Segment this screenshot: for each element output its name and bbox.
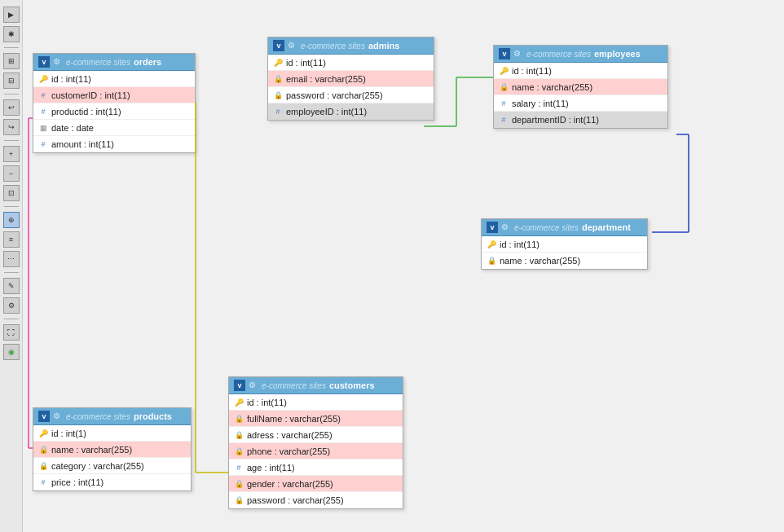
customers-schema: e-commerce sites xyxy=(262,381,326,390)
table-department[interactable]: v ⚙ e-commerce sites department 🔑 id : i… xyxy=(481,218,648,270)
products-price-label: price : int(11) xyxy=(51,477,104,487)
key-icon: 🔑 xyxy=(273,58,283,68)
lock-icon: 🔒 xyxy=(234,414,244,424)
employees-schema: e-commerce sites xyxy=(526,50,591,59)
table-employees[interactable]: v ⚙ e-commerce sites employees 🔑 id : in… xyxy=(493,45,668,129)
employees-field-departmentid: # departmentID : int(11) xyxy=(494,112,667,128)
products-field-category: 🔒 category : varchar(255) xyxy=(33,458,191,474)
admins-email-label: email : varchar(255) xyxy=(286,74,366,84)
orders-id-label: id : int(11) xyxy=(51,74,91,84)
table-customers-header: v ⚙ e-commerce sites customers xyxy=(229,377,403,394)
lock-icon: 🔒 xyxy=(234,446,244,456)
department-id-label: id : int(11) xyxy=(500,240,540,249)
lock-icon: 🔒 xyxy=(38,461,48,471)
admins-v-icon: v xyxy=(273,40,284,51)
products-table-name: products xyxy=(134,411,172,421)
lock-icon: 🔒 xyxy=(487,256,496,266)
customers-phone-label: phone : varchar(255) xyxy=(247,446,330,456)
hash-icon: # xyxy=(38,139,48,149)
employees-field-id: 🔑 id : int(11) xyxy=(494,63,667,79)
table-products[interactable]: v ⚙ e-commerce sites products 🔑 id : int… xyxy=(33,407,192,491)
toolbar-btn-1[interactable]: ▶ xyxy=(3,7,20,23)
products-v-icon: v xyxy=(38,411,50,422)
department-schema: e-commerce sites xyxy=(514,223,579,232)
table-orders-header: v ⚙ e-commerce sites orders xyxy=(33,54,195,71)
toolbar-btn-undo[interactable]: ↩ xyxy=(3,99,20,116)
customers-age-label: age : int(11) xyxy=(247,463,295,473)
employees-salary-label: salary : int(11) xyxy=(512,99,569,108)
table-orders[interactable]: v ⚙ e-commerce sites orders 🔑 id : int(1… xyxy=(33,53,196,153)
toolbar-btn-6[interactable]: ⋯ xyxy=(3,251,20,267)
table-customers[interactable]: v ⚙ e-commerce sites customers 🔑 id : in… xyxy=(228,376,403,509)
toolbar-btn-zoom-out[interactable]: − xyxy=(3,165,20,182)
customers-field-id: 🔑 id : int(11) xyxy=(229,394,403,411)
toolbar-btn-settings[interactable]: ⚙ xyxy=(3,297,20,314)
admins-password-label: password : varchar(255) xyxy=(286,90,383,100)
toolbar-sep-6 xyxy=(4,319,19,319)
orders-productid-label: productid : int(11) xyxy=(51,107,121,117)
lock-icon: 🔒 xyxy=(273,74,283,84)
orders-table-name: orders xyxy=(134,57,161,67)
orders-field-amount: # amount : int(11) xyxy=(33,136,195,152)
toolbar-btn-4[interactable]: ⊟ xyxy=(3,73,20,89)
customers-field-gender: 🔒 gender : varchar(255) xyxy=(229,476,403,492)
orders-customerid-label: customerID : int(11) xyxy=(51,90,130,100)
hash-icon: # xyxy=(273,107,283,117)
toolbar-btn-fit[interactable]: ⊡ xyxy=(3,185,20,201)
employees-table-name: employees xyxy=(594,49,641,59)
hash-icon: # xyxy=(38,90,48,100)
employees-field-name: 🔒 name : varchar(255) xyxy=(494,79,667,95)
customers-table-name: customers xyxy=(329,380,375,390)
customers-field-phone: 🔒 phone : varchar(255) xyxy=(229,443,403,459)
table-products-header: v ⚙ e-commerce sites products xyxy=(33,408,191,425)
customers-gear-icon: ⚙ xyxy=(249,380,258,390)
left-toolbar: ▶ ✱ ⊞ ⊟ ↩ ↪ + − ⊡ ⊕ ≡ ⋯ ✎ ⚙ ⛶ ◉ xyxy=(0,0,23,532)
toolbar-btn-5[interactable]: ≡ xyxy=(3,231,20,248)
admins-table-name: admins xyxy=(368,41,400,51)
key-icon: 🔑 xyxy=(499,66,509,76)
table-admins[interactable]: v ⚙ e-commerce sites admins 🔑 id : int(1… xyxy=(267,37,434,121)
admins-field-id: 🔑 id : int(11) xyxy=(268,55,434,71)
hash-icon: # xyxy=(234,463,244,473)
toolbar-btn-grid[interactable]: ⛶ xyxy=(3,324,20,341)
orders-schema: e-commerce sites xyxy=(66,58,130,67)
customers-v-icon: v xyxy=(234,380,245,391)
toolbar-sep-5 xyxy=(4,272,19,273)
customers-fullname-label: fullName : varchar(255) xyxy=(247,414,341,424)
employees-departmentid-label: departmentID : int(11) xyxy=(512,115,599,125)
customers-field-fullname: 🔒 fullName : varchar(255) xyxy=(229,411,403,427)
table-admins-header: v ⚙ e-commerce sites admins xyxy=(268,37,434,55)
key-icon: 🔑 xyxy=(234,398,244,407)
customers-id-label: id : int(11) xyxy=(247,398,287,407)
products-field-price: # price : int(11) xyxy=(33,474,191,490)
lock-icon: 🔒 xyxy=(273,90,283,100)
employees-id-label: id : int(11) xyxy=(512,66,552,76)
admins-field-email: 🔒 email : varchar(255) xyxy=(268,71,434,87)
hash-icon: # xyxy=(499,99,509,108)
toolbar-btn-zoom-in[interactable]: + xyxy=(3,146,20,162)
admins-field-employeeid: # employeeID : int(11) xyxy=(268,103,434,120)
products-field-id: 🔑 id : int(1) xyxy=(33,425,191,442)
toolbar-btn-edit[interactable]: ✎ xyxy=(3,278,20,294)
admins-employeeid-label: employeeID : int(11) xyxy=(286,107,367,117)
employees-v-icon: v xyxy=(499,48,510,59)
hash-icon: # xyxy=(499,115,509,125)
toolbar-sep-1 xyxy=(4,47,19,48)
products-id-label: id : int(1) xyxy=(51,429,86,438)
employees-name-label: name : varchar(255) xyxy=(512,82,592,92)
key-icon: 🔑 xyxy=(487,240,496,249)
orders-v-icon: v xyxy=(38,56,50,68)
toolbar-btn-active[interactable]: ⊕ xyxy=(3,212,20,228)
toolbar-btn-2[interactable]: ✱ xyxy=(3,26,20,42)
toolbar-btn-3[interactable]: ⊞ xyxy=(3,53,20,69)
products-name-label: name : varchar(255) xyxy=(51,445,132,455)
lock-icon: 🔒 xyxy=(234,430,244,440)
toolbar-sep-2 xyxy=(4,94,19,95)
table-department-header: v ⚙ e-commerce sites department xyxy=(482,219,647,236)
admins-field-password: 🔒 password : varchar(255) xyxy=(268,87,434,103)
customers-gender-label: gender : varchar(255) xyxy=(247,479,333,489)
employees-gear-icon: ⚙ xyxy=(513,49,523,59)
toolbar-btn-circle[interactable]: ◉ xyxy=(3,344,20,360)
toolbar-btn-redo[interactable]: ↪ xyxy=(3,119,20,135)
key-icon: 🔑 xyxy=(38,74,48,84)
